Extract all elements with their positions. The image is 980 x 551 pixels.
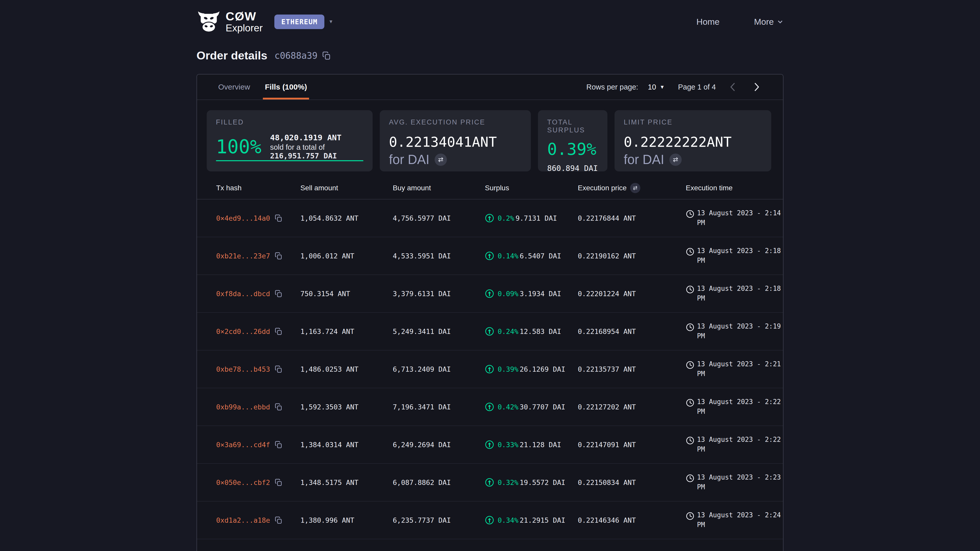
copy-tx-hash-button[interactable] [275,441,282,448]
buy-amount-cell: 4,756.5977 DAI [393,214,485,222]
copy-tx-hash-button[interactable] [275,478,282,486]
surplus-cell: 0.32% 19.5572 DAI [485,478,578,487]
clock-icon [686,512,694,520]
tx-hash-link[interactable]: 0×4ed9...14a0 [216,214,270,222]
col-execution-price: Execution price [578,183,686,193]
fill-progress-bar [216,160,363,161]
clock-icon [686,436,694,445]
tab-fills[interactable]: Fills (100%) [263,75,309,100]
table-row: 0xb99a...ebbd 1,592.3503 ANT 7,196.3471 … [197,388,783,426]
buy-amount-cell: 6,713.2409 DAI [393,365,485,373]
surplus-cell: 0.2% 9.7131 DAI [485,213,578,223]
avg-price-value: 0.22134041ANT [389,134,522,150]
execution-time-cell: 13 August 2023 - 2:24 PM [686,510,783,530]
copy-tx-hash-button[interactable] [275,252,282,260]
surplus-cell: 0.42% 30.7707 DAI [485,402,578,411]
copy-tx-hash-button[interactable] [275,290,282,297]
table-body: 0×4ed9...14a0 1,054.8632 ANT 4,756.5977 … [197,200,783,539]
filled-card: FILLED 100% 48,020.1919 ANT sold for a t… [207,110,372,171]
col-sell-amount: Sell amount [301,184,393,192]
swap-arrows-icon [437,156,444,163]
page-title: Order details [197,49,267,62]
swap-arrows-icon [632,185,638,191]
buy-amount-cell: 7,196.3471 DAI [393,403,485,411]
surplus-cell: 0.34% 21.2915 DAI [485,516,578,525]
page-header: Order details c0688a39 [197,49,783,62]
copy-icon [275,478,282,486]
limit-price-card: LIMIT PRICE 0.22222222ANT for DAI [614,110,771,171]
table-row: 0×2cd0...26dd 1,163.724 ANT 5,249.3411 D… [197,313,783,351]
invert-price-column-button[interactable] [630,183,640,193]
limit-price-label: LIMIT PRICE [624,118,762,126]
tx-hash-link[interactable]: 0xb21e...23e7 [216,252,270,260]
invert-price-button[interactable] [670,154,682,166]
tx-hash-link[interactable]: 0xb99a...ebbd [216,403,270,411]
copy-tx-hash-button[interactable] [275,214,282,222]
tx-hash-link[interactable]: 0×3a69...cd4f [216,441,270,449]
copy-tx-hash-button[interactable] [275,327,282,335]
cow-explorer-logo[interactable]: CØW Explorer [197,10,262,33]
copy-icon [275,327,282,335]
col-execution-time: Execution time [686,184,783,192]
table-row: 0xb21e...23e7 1,006.012 ANT 4,533.5951 D… [197,237,783,275]
avg-price-unit: for DAI [389,152,430,167]
tx-hash-link[interactable]: 0×050e...cbf2 [216,478,270,486]
order-id: c0688a39 [275,51,318,61]
clock-icon [686,285,694,294]
tx-hash-link[interactable]: 0xd1a2...a18e [216,516,270,524]
clock-icon [686,323,694,332]
copy-icon [275,516,282,524]
col-buy-amount: Buy amount [393,184,485,192]
execution-price-cell: 0.22201224 ANT [578,290,686,298]
surplus-cell: 0.39% 26.1269 DAI [485,365,578,374]
table-row: 0xf8da...dbcd 750.3154 ANT 3,379.6131 DA… [197,275,783,313]
execution-price-cell: 0.22150834 ANT [578,478,686,486]
copy-icon [275,214,282,222]
total-surplus-percent: 0.39% [547,140,598,159]
tx-hash-link[interactable]: 0×2cd0...26dd [216,327,270,335]
next-page-button[interactable] [749,81,764,93]
chevron-left-icon [728,81,738,93]
copy-icon [275,290,282,297]
table-row: 0×4ed9...14a0 1,054.8632 ANT 4,756.5977 … [197,200,783,237]
invert-price-button[interactable] [434,154,447,166]
clock-icon [686,210,694,218]
execution-price-cell: 0.22168954 ANT [578,327,686,335]
copy-tx-hash-button[interactable] [275,403,282,411]
network-selector[interactable]: ETHEREUM ▼ [274,14,333,29]
arrow-up-circle-icon [485,402,494,411]
rows-per-page-label: Rows per page: [586,83,638,91]
copy-tx-hash-button[interactable] [275,365,282,373]
rows-per-page-select[interactable]: 10 ▼ [648,83,665,91]
summary-cards: FILLED 100% 48,020.1919 ANT sold for a t… [197,100,783,171]
sell-amount-cell: 1,380.996 ANT [301,516,393,524]
previous-page-button[interactable] [725,81,740,93]
network-badge[interactable]: ETHEREUM [274,14,325,29]
page-indicator: Page 1 of 4 [678,83,716,91]
buy-amount-cell: 6,235.7737 DAI [393,516,485,524]
table-row: 0×050e...cbf2 1,348.5175 ANT 6,087.8862 … [197,464,783,502]
nav-item-home[interactable]: Home [697,17,720,27]
arrow-up-circle-icon [485,440,494,449]
surplus-cell: 0.33% 21.128 DAI [485,440,578,449]
buy-amount-cell: 6,087.8862 DAI [393,478,485,486]
filled-label: FILLED [216,118,363,126]
execution-time-cell: 13 August 2023 - 2:18 PM [686,284,783,303]
copy-icon [275,441,282,448]
tab-overview[interactable]: Overview [216,75,252,100]
cow-head-icon [197,11,221,33]
surplus-cell: 0.14% 6.5407 DAI [485,251,578,260]
tx-hash-link[interactable]: 0xf8da...dbcd [216,290,270,298]
total-surplus-card: TOTAL SURPLUS 0.39% 860.894 DAI [538,110,608,171]
execution-time-cell: 13 August 2023 - 2:22 PM [686,435,783,454]
order-fills-panel: Overview Fills (100%) Rows per page: 10 … [197,74,783,551]
limit-price-unit: for DAI [624,152,664,167]
copy-icon [275,365,282,373]
chevron-down-icon[interactable]: ▼ [328,19,333,24]
nav-item-more[interactable]: More [754,17,783,27]
copy-tx-hash-button[interactable] [275,516,282,524]
buy-amount-cell: 6,249.2694 DAI [393,441,485,449]
tx-hash-link[interactable]: 0xbe78...b453 [216,365,270,373]
table-header: Tx hash Sell amount Buy amount Surplus E… [197,177,783,200]
copy-order-id-button[interactable] [322,51,331,60]
